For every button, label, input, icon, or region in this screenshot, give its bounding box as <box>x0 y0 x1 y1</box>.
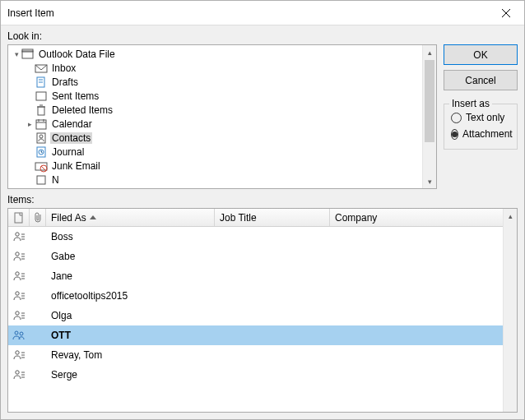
svg-rect-13 <box>37 176 45 184</box>
page-icon <box>12 211 26 224</box>
insert-as-group: Insert as Text only Attachment <box>444 104 518 150</box>
list-item[interactable]: Boss <box>8 227 503 247</box>
tree-item-root[interactable]: ▾ Outlook Data File <box>8 47 422 61</box>
cell-filed-as: Boss <box>46 231 215 242</box>
column-filed-as[interactable]: Filed As <box>46 209 215 226</box>
upper-section: ▾ Outlook Data File Inbox D <box>7 44 518 189</box>
contact-icon <box>8 270 30 283</box>
contact-icon <box>8 289 30 302</box>
list-item[interactable]: officetooltips2015 <box>8 286 503 306</box>
notes-icon <box>35 173 48 187</box>
column-job-title[interactable]: Job Title <box>215 209 330 226</box>
calendar-icon <box>35 118 48 131</box>
items-list: Filed As Job Title Company BossGabeJaneo… <box>7 208 518 413</box>
svg-point-18 <box>16 292 19 295</box>
items-label: Items: <box>7 194 518 205</box>
radio-icon <box>451 113 462 123</box>
contacts-icon <box>35 132 48 145</box>
tree-item-label: Sent Items <box>50 90 100 102</box>
list-item[interactable]: OTT <box>8 325 503 345</box>
cell-filed-as: officetooltips2015 <box>46 290 215 302</box>
radio-label: Attachment <box>462 128 513 140</box>
items-list-header: Filed As Job Title Company <box>8 209 503 227</box>
svg-point-8 <box>39 135 43 138</box>
list-item[interactable]: Olga <box>8 306 503 325</box>
journal-icon <box>35 145 48 159</box>
svg-point-23 <box>16 371 19 374</box>
tree-item-label: Calendar <box>50 118 94 130</box>
paperclip-icon <box>33 212 43 224</box>
close-icon <box>499 7 513 20</box>
cancel-button[interactable]: Cancel <box>444 70 518 90</box>
svg-point-19 <box>16 312 19 315</box>
contact-icon <box>8 309 30 322</box>
dialog-actions: OK Cancel Insert as Text only Attachment <box>444 44 518 189</box>
svg-rect-4 <box>36 92 46 100</box>
tree-item-junk[interactable]: Junk Email <box>8 159 422 173</box>
tree-item-label: N <box>50 174 61 186</box>
list-scrollbar[interactable]: ▴ <box>503 209 517 412</box>
svg-point-16 <box>16 252 19 256</box>
column-company[interactable]: Company <box>330 209 503 226</box>
scroll-thumb[interactable] <box>425 60 434 142</box>
tree-item-calendar[interactable]: ▸ Calendar <box>8 117 422 131</box>
chevron-right-icon[interactable]: ▸ <box>25 120 35 128</box>
tree-scrollbar[interactable]: ▴ ▾ <box>422 45 436 188</box>
column-type-icon[interactable] <box>8 209 30 226</box>
tree-item-sent[interactable]: Sent Items <box>8 89 422 103</box>
items-list-inner: Filed As Job Title Company BossGabeJaneo… <box>8 209 503 412</box>
svg-point-21 <box>20 332 23 335</box>
tree-item-journal[interactable]: Journal <box>8 145 422 159</box>
scroll-down-button[interactable]: ▾ <box>423 174 436 188</box>
radio-text-only[interactable]: Text only <box>451 109 510 126</box>
list-item[interactable]: Gabe <box>8 247 503 266</box>
svg-point-20 <box>15 331 18 335</box>
column-label: Filed As <box>51 212 86 224</box>
radio-attachment[interactable]: Attachment <box>451 126 510 142</box>
data-file-icon <box>21 48 35 61</box>
radio-label: Text only <box>466 112 504 123</box>
column-label: Company <box>335 212 377 224</box>
drafts-icon <box>35 76 48 89</box>
svg-rect-6 <box>36 120 46 129</box>
tree-item-deleted[interactable]: Deleted Items <box>8 103 422 117</box>
chevron-down-icon[interactable]: ▾ <box>12 50 21 58</box>
svg-point-17 <box>16 272 19 275</box>
tree-item-label: Outlook Data File <box>37 48 117 60</box>
dialog-body: Look in: ▾ Outlook Data File Inbox <box>1 25 524 419</box>
cell-filed-as: OTT <box>46 330 215 341</box>
ok-button[interactable]: OK <box>444 44 518 65</box>
sent-icon <box>35 90 48 103</box>
items-list-body: BossGabeJaneofficetooltips2015OlgaOTTRev… <box>8 227 503 385</box>
contact-icon <box>8 250 30 263</box>
radio-icon <box>451 129 458 140</box>
window-title: Insert Item <box>7 7 54 19</box>
svg-rect-14 <box>15 213 22 223</box>
column-attachment-icon[interactable] <box>30 209 46 226</box>
folder-tree[interactable]: ▾ Outlook Data File Inbox D <box>7 44 437 189</box>
tree-item-notes[interactable]: N <box>8 173 422 187</box>
list-item[interactable]: Jane <box>8 266 503 286</box>
tree-item-inbox[interactable]: Inbox <box>8 61 422 75</box>
tree-item-label: Deleted Items <box>50 104 114 116</box>
cell-filed-as: Gabe <box>46 251 215 262</box>
look-in-label: Look in: <box>7 30 518 42</box>
list-item[interactable]: Serge <box>8 365 503 385</box>
tree-item-drafts[interactable]: Drafts <box>8 75 422 89</box>
list-item[interactable]: Revay, Tom <box>8 345 503 365</box>
tree-item-label: Junk Email <box>50 160 102 172</box>
svg-rect-5 <box>38 107 44 115</box>
tree-item-label: Inbox <box>50 62 77 74</box>
cell-filed-as: Serge <box>46 369 215 381</box>
contact-icon <box>8 348 30 362</box>
titlebar: Insert Item <box>1 1 524 25</box>
scroll-up-button[interactable]: ▴ <box>423 45 436 59</box>
tree-item-contacts[interactable]: Contacts <box>8 131 422 145</box>
scroll-up-button[interactable]: ▴ <box>504 209 517 223</box>
junk-icon <box>35 159 48 173</box>
tree-item-label: Drafts <box>50 76 80 88</box>
deleted-icon <box>35 104 48 117</box>
cell-filed-as: Jane <box>46 270 215 282</box>
close-button[interactable] <box>488 1 524 25</box>
insert-as-legend: Insert as <box>449 98 492 109</box>
